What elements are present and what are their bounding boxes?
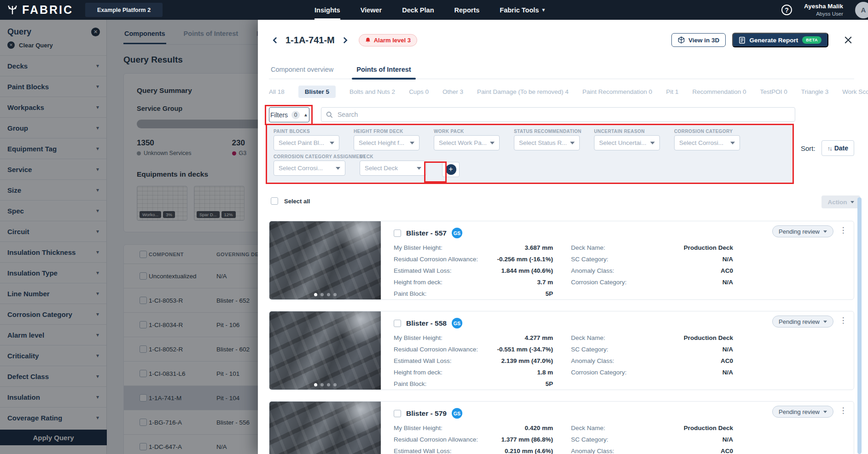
poi-chip-triangle-3[interactable]: Triangle 3 xyxy=(801,88,829,95)
carousel-dot[interactable] xyxy=(320,293,324,296)
status-text: Pending review xyxy=(779,318,820,325)
kebab-menu-icon[interactable]: ⋮ xyxy=(839,225,847,235)
previous-component-button[interactable] xyxy=(269,34,281,46)
chevron-down-icon xyxy=(823,230,827,233)
generate-report-button[interactable]: Generate Report BETA xyxy=(732,33,828,47)
detail-value: 4.277 mm xyxy=(524,334,553,341)
detail-label: My Blister Height: xyxy=(394,425,443,431)
poi-detail-column-right: Deck Name:Production DeckSC Category:N/A… xyxy=(571,244,733,297)
select-work-pack[interactable]: Select Work Pa... xyxy=(434,135,500,150)
filters-toggle-button[interactable]: Filters 0 ▲ xyxy=(269,107,309,122)
nav-item-reports[interactable]: Reports xyxy=(454,0,480,20)
chevron-down-icon xyxy=(730,142,735,144)
detail-label: Estimated Wall Loss: xyxy=(394,267,452,274)
poi-chip-cups-0[interactable]: Cups 0 xyxy=(409,88,429,95)
poi-checkbox[interactable] xyxy=(394,320,401,327)
filter-field-label: STATUS RECOMMENDATION xyxy=(514,129,580,134)
avatar[interactable]: A xyxy=(855,2,868,18)
action-label: Action xyxy=(828,199,847,206)
carousel-dot[interactable] xyxy=(327,293,330,296)
next-component-button[interactable] xyxy=(339,34,351,46)
detail-value: 5P xyxy=(545,380,553,387)
detail-row: Residual Corrosion Allowance:1.377 mm (8… xyxy=(394,436,553,443)
kebab-menu-icon[interactable]: ⋮ xyxy=(839,316,847,325)
chevron-down-icon xyxy=(490,142,495,144)
poi-checkbox[interactable] xyxy=(394,410,401,417)
status-dropdown[interactable]: Pending review xyxy=(772,406,833,418)
carousel-dots xyxy=(269,293,381,296)
filter-field-paint-blocks: PAINT BLOCKSSelect Paint Bl... xyxy=(274,129,339,150)
nav-item-insights[interactable]: Insights xyxy=(315,0,340,20)
view-in-3d-button[interactable]: View in 3D xyxy=(671,33,726,47)
panel-header: 1-1A-741-M Alarm level 3 View in 3D xyxy=(269,32,854,48)
filter-field-label: HEIGHT FROM DECK xyxy=(354,129,419,134)
select-placeholder: Select Paint Bl... xyxy=(279,139,324,146)
panel-scrollbar[interactable] xyxy=(857,197,862,454)
nav-item-fabric-tools[interactable]: Fabric Tools▾ xyxy=(500,0,545,20)
sort-by-date-button[interactable]: ↑↓ Date xyxy=(821,140,854,156)
select-height-from-deck[interactable]: Select Height f... xyxy=(354,135,419,150)
nav-item-viewer[interactable]: Viewer xyxy=(361,0,382,20)
poi-photo-thumbnail[interactable] xyxy=(269,221,381,299)
poi-chip-blister-5[interactable]: Blister 5 xyxy=(298,86,336,98)
detail-label: Height from deck: xyxy=(394,369,443,376)
alarm-level-text: Alarm level 3 xyxy=(374,37,411,44)
poi-chip-pit-1[interactable]: Pit 1 xyxy=(666,88,678,95)
search-input[interactable] xyxy=(338,111,790,118)
carousel-dot[interactable] xyxy=(314,383,317,386)
fabric-logo[interactable]: FABRIC xyxy=(6,3,73,17)
select-deck[interactable]: Select Deck xyxy=(360,161,426,176)
select-status-recommendation[interactable]: Select Status R... xyxy=(514,135,580,150)
kebab-menu-icon[interactable]: ⋮ xyxy=(839,406,847,415)
sort-label: Sort: xyxy=(801,144,816,152)
poi-checkbox[interactable] xyxy=(394,230,401,237)
select-corrosion-category[interactable]: Select Corrosi... xyxy=(674,135,740,150)
filter-field-status-recommendation: STATUS RECOMMENDATIONSelect Status R... xyxy=(514,129,580,150)
action-button[interactable]: Action xyxy=(821,195,860,208)
poi-chip-work-scope-0[interactable]: Work Scope 0 xyxy=(842,88,868,95)
select-corrosion-category-assignment[interactable]: Select Corrosi... xyxy=(274,161,345,176)
poi-title: Blister - 557 xyxy=(406,229,447,237)
tab-points-of-interest[interactable]: Points of Interest xyxy=(355,65,413,79)
add-filter-button[interactable]: + xyxy=(442,162,460,177)
chevron-up-icon: ▲ xyxy=(303,112,308,117)
poi-chip-bolts-and-nuts-2[interactable]: Bolts and Nuts 2 xyxy=(350,88,395,95)
status-dropdown[interactable]: Pending review xyxy=(772,225,833,237)
poi-chip-all-18[interactable]: All 18 xyxy=(269,88,285,95)
carousel-dot[interactable] xyxy=(333,383,337,386)
poi-chip-paint-damage-to-be-removed-4[interactable]: Paint Damage (To be removed) 4 xyxy=(477,88,569,95)
poi-photo-thumbnail[interactable] xyxy=(269,311,381,390)
poi-detail-grid: My Blister Height:4.277 mmResidual Corro… xyxy=(394,334,845,387)
select-all-checkbox[interactable] xyxy=(271,197,278,205)
detail-label: Paint Block: xyxy=(394,290,426,297)
detail-value: -0.551 mm (-34.7%) xyxy=(497,346,553,353)
filter-field-label: DECK xyxy=(360,154,426,159)
poi-card-body: Blister - 558GSMy Blister Height:4.277 m… xyxy=(381,311,854,390)
search-box[interactable] xyxy=(321,107,795,122)
help-icon[interactable]: ? xyxy=(781,5,792,15)
nav-right: ? Ayesha Malik Abyss User A xyxy=(781,2,868,18)
poi-photo-thumbnail[interactable] xyxy=(269,402,381,454)
poi-chip-other-3[interactable]: Other 3 xyxy=(443,88,463,95)
platform-selector[interactable]: Example Platform 2 xyxy=(85,3,163,17)
carousel-dot[interactable] xyxy=(327,383,330,386)
status-dropdown[interactable]: Pending review xyxy=(772,316,833,328)
select-paint-blocks[interactable]: Select Paint Bl... xyxy=(274,135,339,150)
chevron-down-icon xyxy=(336,167,340,170)
poi-chip-testpoi-0[interactable]: TestPOI 0 xyxy=(760,88,787,95)
tab-component-overview[interactable]: Component overview xyxy=(269,65,335,79)
sort-control: Sort: ↑↓ Date xyxy=(801,140,854,156)
detail-label: Estimated Wall Loss: xyxy=(394,448,452,454)
poi-chip-recommendation-0[interactable]: Recommendation 0 xyxy=(692,88,746,95)
component-title: 1-1A-741-M xyxy=(285,35,335,46)
user-block[interactable]: Ayesha Malik Abyss User xyxy=(804,3,843,17)
carousel-dot[interactable] xyxy=(333,293,337,296)
select-uncertain-reason[interactable]: Select Uncertai... xyxy=(594,135,660,150)
detail-row: Deck Name:Production Deck xyxy=(571,425,733,431)
carousel-dot[interactable] xyxy=(314,293,317,296)
close-panel-button[interactable] xyxy=(842,34,854,46)
nav-item-deck-plan[interactable]: Deck Plan xyxy=(402,0,434,20)
poi-chip-paint-recommendation-0[interactable]: Paint Recommendation 0 xyxy=(583,88,652,95)
detail-value: N/A xyxy=(722,256,733,263)
carousel-dot[interactable] xyxy=(320,383,324,386)
